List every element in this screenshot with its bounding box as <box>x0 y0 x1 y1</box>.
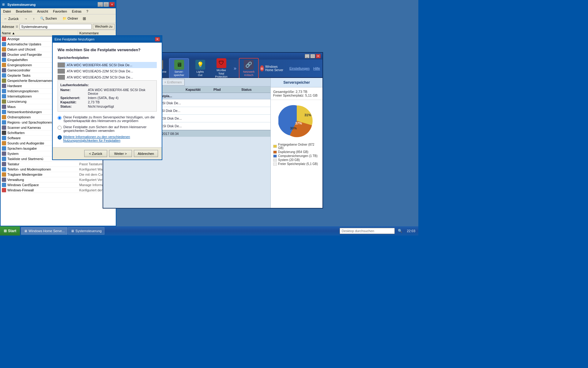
taskbar-items: 🖥 Windows Home Serve... 🖥 Systemsteuerun… <box>20 226 338 236</box>
taskbar: ⊞ Start 🖥 Windows Home Serve... 🖥 System… <box>0 226 418 236</box>
taskbar-item-1[interactable]: 🖥 Systemsteuerung <box>68 227 104 235</box>
ddisk-name-2: ATA WDC WD10EADS-22M SCSI Disk De... <box>67 75 133 79</box>
ddisk-icon-2 <box>58 75 65 80</box>
radio1[interactable] <box>58 116 62 120</box>
detail-kapazitat-value: 2,73 TB <box>88 100 154 104</box>
dialog-section: Speicherfestplatten <box>58 56 157 59</box>
info-icon: i <box>58 135 62 140</box>
radio2[interactable] <box>58 126 62 130</box>
ddisk-name-0: ATA WDC WD30EFRX-68E SCSI Disk De... <box>67 63 132 67</box>
detail-box: Laufwerksdetails: Name: ATA WDC WD30EFRX… <box>58 80 157 112</box>
radio2-label: Diese Festplatte zum Sichern der auf Ihr… <box>63 125 157 132</box>
detail-speicherort-label: Speicherort: <box>60 96 88 100</box>
dialog-disk-row-2[interactable]: ATA WDC WD10EADS-22M SCSI Disk De... <box>58 74 157 80</box>
radio-option2[interactable]: Diese Festplatte zum Sichern der auf Ihr… <box>58 125 157 132</box>
detail-status-label: Status: <box>60 105 88 108</box>
detail-name-value: ATA WDC WD30EFRX-68E SCSI Disk Device <box>88 88 154 95</box>
detail-kapazitat-label: Kapazität: <box>60 100 88 104</box>
details-header: Laufwerksdetails: <box>60 83 154 87</box>
dialog-footer: < Zurück Weiter > Abbrechen <box>53 147 162 159</box>
detail-name-row: Name: ATA WDC WD30EFRX-68E SCSI Disk Dev… <box>60 88 154 95</box>
start-button[interactable]: ⊞ Start <box>0 226 20 236</box>
dialog-body: Wie möchten Sie die Festplatte verwenden… <box>53 43 162 147</box>
taskbar-clock: 22:03 <box>404 229 418 233</box>
dialog-title: Eine Festplatte hinzufügen <box>55 37 155 41</box>
back-btn[interactable]: < Zurück <box>84 150 107 157</box>
dialog-question: Wie möchten Sie die Festplatte verwenden… <box>58 48 157 52</box>
info-link-text: Weitere Informationen zu den verschieden… <box>63 135 157 142</box>
start-label: Start <box>8 229 16 233</box>
detail-speicherort-row: Speicherort: Intern (SATA, Bay 4) <box>60 96 154 100</box>
dialog-titlebar: Eine Festplatte hinzufügen ✕ <box>53 36 162 43</box>
dialog-disk-row-0[interactable]: ATA WDC WD30EFRX-68E SCSI Disk De... <box>58 62 157 68</box>
ddisk-icon-0 <box>58 63 65 67</box>
ddisk-icon-1 <box>58 69 65 74</box>
taskbar-icon-0: 🖥 <box>24 229 27 233</box>
taskbar-search[interactable] <box>340 228 395 234</box>
ddisk-name-1: ATA WDC WD10EADS-22M SCSI Disk De... <box>67 69 133 73</box>
taskbar-item-0[interactable]: 🖥 Windows Home Serve... <box>21 227 67 235</box>
radio1-label: Diese Festplatte zu Ihrem Serverspeicher… <box>63 115 157 123</box>
taskbar-icon-1: 🖥 <box>71 229 74 233</box>
detail-kapazitat-row: Kapazität: 2,73 TB <box>60 100 154 104</box>
detail-status-row: Status: Nicht hinzugefügt <box>60 105 154 108</box>
dialog-disk-list: ATA WDC WD30EFRX-68E SCSI Disk De... ATA… <box>58 62 157 80</box>
info-link[interactable]: i Weitere Informationen zu den verschied… <box>58 135 157 142</box>
detail-speicherort-value: Intern (SATA, Bay 4) <box>88 96 154 100</box>
dialog-close[interactable]: ✕ <box>155 37 160 41</box>
radio-option1[interactable]: Diese Festplatte zu Ihrem Serverspeicher… <box>58 115 157 123</box>
search-icon-taskbar[interactable]: 🔍 <box>398 229 402 233</box>
taskbar-label-1: Systemsteuerung <box>75 229 102 233</box>
dialog-overlay: Eine Festplatte hinzufügen ✕ Wie möchten… <box>0 0 418 236</box>
add-disk-dialog: Eine Festplatte hinzufügen ✕ Wie möchten… <box>52 35 162 160</box>
next-btn[interactable]: Weiter > <box>109 150 132 157</box>
dialog-disk-row-1[interactable]: ATA WDC WD10EADS-22M SCSI Disk De... <box>58 68 157 74</box>
cancel-btn[interactable]: Abbrechen <box>134 150 158 157</box>
windows-start-icon: ⊞ <box>4 229 7 233</box>
detail-status-value: Nicht hinzugefügt <box>88 105 154 108</box>
taskbar-label-0: Windows Home Serve... <box>28 229 65 233</box>
detail-name-label: Name: <box>60 88 88 95</box>
